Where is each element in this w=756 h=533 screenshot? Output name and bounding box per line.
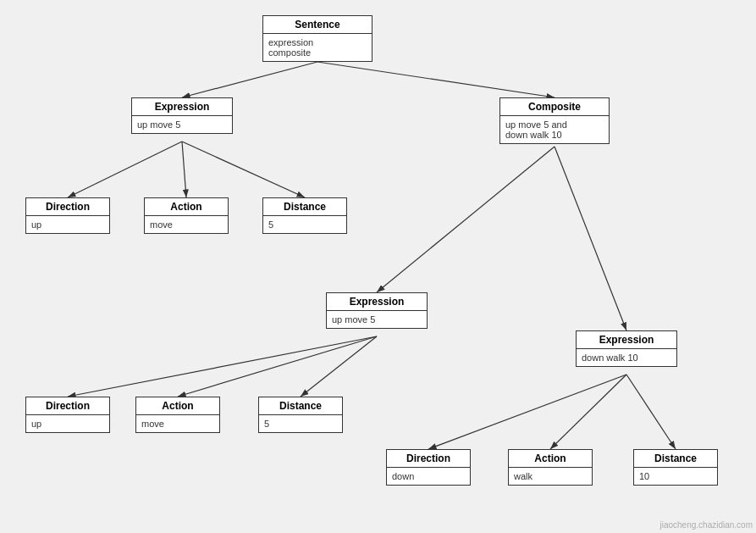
diagram-container: Sentence expression composite Expression… — [0, 0, 756, 533]
node-distance1-title: Distance — [263, 198, 346, 216]
node-distance3-title: Distance — [634, 450, 717, 468]
watermark: jiaocheng.chazidian.com — [659, 520, 753, 530]
svg-line-6 — [377, 147, 555, 292]
node-direction3-title: Direction — [387, 450, 470, 468]
node-composite-body: up move 5 and down walk 10 — [500, 116, 609, 143]
node-distance1-body: 5 — [263, 216, 346, 233]
node-sentence-body: expression composite — [263, 34, 372, 61]
node-direction2-title: Direction — [26, 397, 109, 415]
svg-line-1 — [182, 62, 317, 97]
node-distance2-body: 5 — [259, 415, 342, 432]
svg-line-10 — [301, 336, 377, 397]
node-composite-title: Composite — [500, 98, 609, 116]
node-direction1: Direction up — [25, 197, 110, 234]
node-action2: Action move — [135, 397, 220, 433]
node-expression1-title: Expression — [132, 98, 232, 116]
svg-line-9 — [178, 336, 377, 397]
svg-line-12 — [550, 375, 626, 449]
node-composite: Composite up move 5 and down walk 10 — [499, 97, 610, 144]
node-direction2-body: up — [26, 415, 109, 432]
svg-line-7 — [555, 147, 626, 330]
node-action2-body: move — [136, 415, 219, 432]
svg-line-13 — [626, 375, 676, 449]
node-direction2: Direction up — [25, 397, 110, 433]
node-direction3-body: down — [387, 468, 470, 485]
node-expression2-title: Expression — [327, 293, 427, 311]
node-sentence: Sentence expression composite — [262, 15, 372, 62]
svg-line-11 — [428, 375, 626, 449]
svg-line-4 — [182, 142, 186, 197]
node-action3: Action walk — [508, 449, 593, 486]
node-distance2-title: Distance — [259, 397, 342, 415]
node-distance2: Distance 5 — [258, 397, 343, 433]
svg-line-3 — [68, 142, 182, 197]
node-action2-title: Action — [136, 397, 219, 415]
node-direction1-title: Direction — [26, 198, 109, 216]
node-direction1-body: up — [26, 216, 109, 233]
node-direction3: Direction down — [386, 449, 471, 486]
node-expression3-body: down walk 10 — [577, 349, 676, 366]
node-expression1-body: up move 5 — [132, 116, 232, 133]
node-distance3-body: 10 — [634, 468, 717, 485]
svg-line-2 — [317, 62, 555, 97]
node-expression2: Expression up move 5 — [326, 292, 428, 329]
node-sentence-title: Sentence — [263, 16, 372, 34]
node-expression3: Expression down walk 10 — [576, 330, 677, 367]
node-expression3-title: Expression — [577, 331, 676, 349]
svg-line-8 — [68, 336, 377, 397]
node-expression1: Expression up move 5 — [131, 97, 233, 134]
node-action3-body: walk — [509, 468, 592, 485]
node-action1-title: Action — [145, 198, 228, 216]
node-action1-body: move — [145, 216, 228, 233]
node-distance1: Distance 5 — [262, 197, 347, 234]
node-action1: Action move — [144, 197, 229, 234]
svg-line-5 — [182, 142, 305, 197]
node-expression2-body: up move 5 — [327, 311, 427, 328]
node-distance3: Distance 10 — [633, 449, 718, 486]
node-action3-title: Action — [509, 450, 592, 468]
